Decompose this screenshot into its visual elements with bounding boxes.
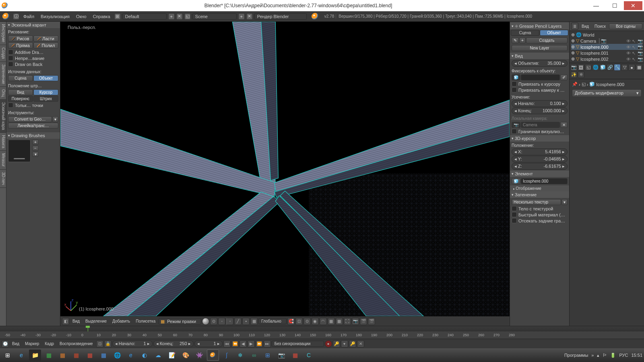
lens-input[interactable]: ◂ Объектив:35.000 ▸ bbox=[512, 60, 568, 67]
close-button[interactable]: ✕ bbox=[624, 1, 642, 10]
key-insert-icon[interactable]: 🔑 bbox=[349, 340, 356, 348]
start-icon[interactable]: ⊞ bbox=[2, 350, 14, 361]
erase-button[interactable]: Ласти bbox=[33, 35, 58, 42]
render-icon[interactable]: 📷 bbox=[638, 51, 642, 56]
add-modifier-button[interactable]: Добавить модификатор▾ bbox=[572, 89, 642, 97]
prop-tab-layers[interactable]: 🖼 bbox=[578, 64, 584, 71]
menu-window[interactable]: Окно bbox=[73, 14, 90, 19]
prop-tab-physics[interactable]: ⚛ bbox=[578, 71, 584, 78]
render-icon[interactable]: 📷 bbox=[638, 57, 642, 62]
vertex-select-icon[interactable]: ▫ bbox=[226, 318, 233, 325]
z-input[interactable]: ◂ Z:-6.61675 ▸ bbox=[512, 163, 568, 170]
prop-tab-modifiers[interactable]: 🔧 bbox=[614, 64, 621, 71]
shading-icon[interactable] bbox=[202, 318, 209, 325]
keyset-icon[interactable]: ▾ bbox=[341, 340, 348, 348]
lock-object-field[interactable] bbox=[521, 74, 560, 80]
paint-icon[interactable]: 🎨 bbox=[180, 350, 192, 361]
blender-logo[interactable] bbox=[2, 13, 10, 20]
gl-render-icon[interactable]: 📷 bbox=[352, 318, 359, 325]
scene-browse-icon[interactable]: ◱ bbox=[184, 13, 191, 20]
app10-icon[interactable]: ⊞ bbox=[262, 350, 274, 361]
layout-dropdown[interactable]: Default bbox=[122, 13, 167, 20]
jump-next-icon[interactable]: ⏩ bbox=[256, 340, 263, 348]
editor-type-icon[interactable]: ◧ bbox=[62, 318, 69, 325]
tl-view[interactable]: Вид bbox=[10, 341, 22, 346]
checkbox[interactable] bbox=[8, 62, 13, 67]
local-cam-field[interactable]: Camera bbox=[521, 122, 560, 128]
render-icon[interactable]: 📷 bbox=[638, 45, 642, 49]
face-select-icon[interactable]: ▪ bbox=[242, 318, 250, 325]
limit-select-icon[interactable]: ▦ bbox=[250, 318, 258, 325]
explorer-icon[interactable]: 📁 bbox=[29, 350, 41, 361]
app5-icon[interactable]: ◐ bbox=[138, 350, 151, 361]
y-input[interactable]: ◂ Y:-0.04685 ▸ bbox=[512, 156, 568, 162]
tool-tab[interactable]: Созда bbox=[0, 45, 6, 62]
checkbox[interactable] bbox=[512, 218, 517, 223]
tl-playback[interactable]: Воспроизведение bbox=[57, 341, 95, 346]
screen-layout-icon[interactable]: ⊞ bbox=[114, 13, 121, 20]
object-browse-icon[interactable]: 🧊 bbox=[512, 74, 520, 80]
tool-tab[interactable]: Measur bbox=[0, 151, 6, 169]
stroke-button[interactable]: Штрих bbox=[33, 96, 58, 102]
gp-add-icon[interactable]: + bbox=[519, 37, 526, 43]
minimize-button[interactable]: — bbox=[587, 1, 605, 10]
panel-header-gp[interactable]: Эскизный карант bbox=[6, 22, 60, 28]
convert-button[interactable]: Convert to Geo… bbox=[8, 116, 52, 122]
outliner-row[interactable]: ⊕▽Icosphere.002👁↖📷 bbox=[571, 56, 642, 62]
tool-tab-active[interactable]: Эскизный кара bbox=[0, 100, 6, 133]
checkbox[interactable] bbox=[512, 87, 517, 93]
display-header[interactable]: Отображение bbox=[510, 185, 569, 191]
vh-add[interactable]: Добавить bbox=[110, 319, 132, 323]
clock-label[interactable]: 15:51 bbox=[631, 353, 642, 358]
gp-layers-header[interactable]: ◈Grease Pencil Layers bbox=[510, 23, 569, 29]
prop-tab-material[interactable]: ● bbox=[628, 64, 635, 71]
proportional-icon[interactable]: ◉ bbox=[312, 318, 319, 325]
shading-header[interactable]: Затенение bbox=[510, 191, 569, 198]
snap-elem-icon[interactable]: ⊡ bbox=[295, 318, 303, 325]
timeline-type-icon[interactable]: 🕐 bbox=[2, 340, 9, 348]
cursor-icon[interactable]: ↖ bbox=[632, 51, 637, 56]
cursor-icon[interactable]: ↖ bbox=[632, 45, 637, 49]
gl-anim-icon[interactable]: 🎬 bbox=[360, 318, 367, 325]
orientation-dropdown[interactable]: Глобально bbox=[258, 318, 287, 324]
proportional-falloff-icon[interactable]: ◠ bbox=[320, 318, 327, 325]
layers2-icon[interactable]: ▦ bbox=[336, 318, 343, 325]
cursor-button[interactable]: Курсор bbox=[33, 89, 58, 95]
range-icon[interactable]: ⊡ bbox=[96, 340, 103, 348]
layout-add-icon[interactable]: + bbox=[168, 13, 175, 20]
cursor-icon[interactable]: ↖ bbox=[632, 39, 637, 43]
play-rev-icon[interactable]: ◀ bbox=[239, 340, 247, 348]
engine-dropdown[interactable]: Рендер Blender bbox=[254, 13, 307, 20]
menu-file[interactable]: Файл bbox=[20, 14, 37, 19]
tool-tab[interactable]: Опц bbox=[0, 87, 6, 100]
editor-type-icon[interactable]: ⓘ bbox=[13, 13, 19, 20]
key-del-icon[interactable]: ✕ bbox=[357, 340, 364, 348]
checkbox[interactable] bbox=[8, 103, 13, 108]
jump-prev-icon[interactable]: ⏪ bbox=[231, 340, 239, 348]
app11-icon[interactable]: 📷 bbox=[275, 350, 287, 361]
ruler-button[interactable]: Линейка/транс… bbox=[8, 123, 58, 129]
brush-menu-button[interactable]: ▾ bbox=[32, 152, 39, 157]
current-frame-input[interactable]: ◂1 ▸ bbox=[194, 340, 223, 347]
checkbox[interactable] bbox=[8, 56, 13, 61]
timeline-track[interactable]: -50-40-30-20-100102030405060708090100110… bbox=[0, 326, 644, 339]
end-input[interactable]: ◂ Конец:250 ▸ bbox=[153, 340, 194, 347]
vh-select[interactable]: Выделение bbox=[83, 319, 109, 323]
app12-icon[interactable]: ▦ bbox=[289, 350, 301, 361]
app13-icon[interactable]: С bbox=[303, 350, 315, 361]
clip-end-input[interactable]: ◂ Конец:1000.000 ▸ bbox=[512, 107, 568, 114]
prop-tab-scene[interactable]: ◱ bbox=[585, 64, 592, 71]
outliner-row[interactable]: ⊕▽Camera│📷👁↖📷 bbox=[571, 38, 642, 44]
prop-tab-world[interactable]: 🌐 bbox=[592, 64, 599, 71]
eye-icon[interactable]: 👁 bbox=[626, 39, 631, 43]
taskbar-programs[interactable]: Программы bbox=[564, 353, 588, 358]
excel-icon[interactable]: ▦ bbox=[43, 350, 55, 361]
tl-marker[interactable]: Маркер bbox=[23, 341, 41, 346]
prop-tab-constraints[interactable]: 🔗 bbox=[607, 64, 613, 71]
menu-render[interactable]: Визуализация bbox=[37, 14, 73, 19]
outliner[interactable]: ⊕🌐World ⊕▽Camera│📷👁↖📷 ⊕▽Icosphere.000👁↖📷… bbox=[570, 31, 644, 63]
scene-add-icon[interactable]: + bbox=[238, 13, 245, 20]
x-input[interactable]: ◂ X:5.41856 ▸ bbox=[512, 148, 568, 155]
tool-tab[interactable]: Инструме bbox=[0, 22, 6, 45]
key-icon[interactable]: 🔑 bbox=[333, 340, 340, 348]
